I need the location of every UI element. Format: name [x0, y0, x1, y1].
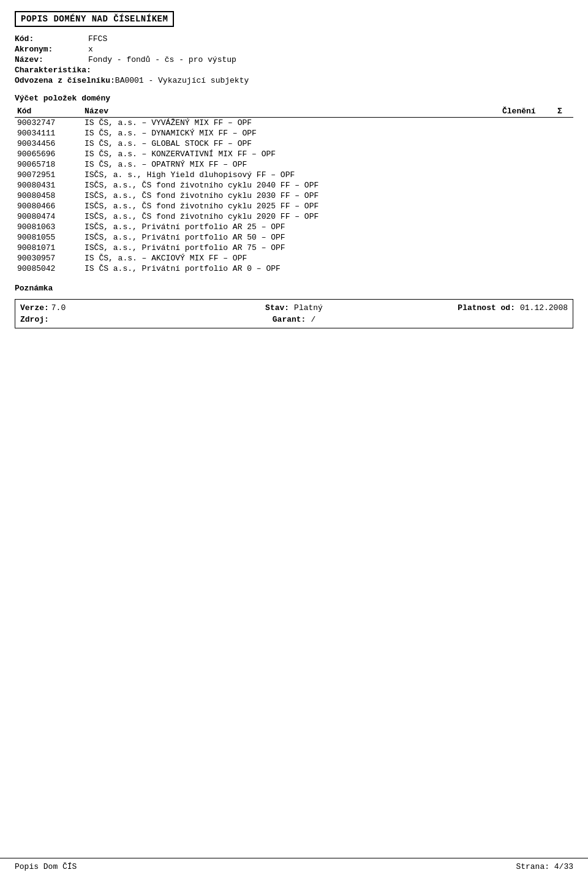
cell-cleneni [500, 170, 555, 180]
nazev-value: Fondy - fondů - čs - pro výstup [88, 55, 236, 64]
col-header-kod: Kód [15, 105, 82, 118]
cell-cleneni [500, 138, 555, 149]
cell-nazev: IS ČS, a.s. – DYNAMICKÝ MIX FF – OPF [82, 128, 500, 138]
cell-cleneni [500, 191, 555, 201]
cell-kod: 90081055 [15, 232, 82, 243]
akronym-value: x [88, 45, 93, 54]
table-row: 90081055ISČS, a.s., Privátní portfolio A… [15, 232, 573, 243]
cell-cleneni [500, 211, 555, 222]
cell-kod: 90080466 [15, 201, 82, 211]
cell-cleneni [500, 180, 555, 191]
odvozena-value: BA0001 - Vykazující subjekty [115, 76, 249, 85]
cell-sigma [555, 253, 573, 263]
cell-nazev: ISČS, a.s., ČS fond životního cyklu 2020… [82, 211, 500, 222]
cell-nazev: IS ČS a.s., Privátní portfolio AR 0 – OP… [82, 263, 500, 274]
cell-kod: 90072951 [15, 170, 82, 180]
table-row: 90080431ISČS, a.s., ČS fond životního cy… [15, 180, 573, 191]
cell-cleneni [500, 243, 555, 253]
table-row: 90080458ISČS, a.s., ČS fond životního cy… [15, 191, 573, 201]
cell-sigma [555, 159, 573, 170]
cell-sigma [555, 243, 573, 253]
table-row: 90034111IS ČS, a.s. – DYNAMICKÝ MIX FF –… [15, 128, 573, 138]
version-cell-mid: Stav: Platný Garant: / [203, 303, 385, 324]
cell-kod: 90034456 [15, 138, 82, 149]
platnost-value: 01.12.2008 [520, 303, 568, 312]
charakteristika-label: Charakteristika: [15, 66, 91, 75]
cell-kod: 90080431 [15, 180, 82, 191]
cell-cleneni [500, 118, 555, 129]
cell-nazev: ISČS, a.s., Privátní portfolio AR 50 – O… [82, 232, 500, 243]
verze-label: Verze: [20, 303, 49, 312]
table-row: 90080474ISČS, a.s., ČS fond životního cy… [15, 211, 573, 222]
cell-sigma [555, 118, 573, 129]
table-row: 90032747IS ČS, a.s. – VYVÁŽENÝ MIX FF – … [15, 118, 573, 129]
cell-sigma [555, 149, 573, 159]
cell-sigma [555, 201, 573, 211]
cell-kod: 90080474 [15, 211, 82, 222]
cell-sigma [555, 128, 573, 138]
cell-kod: 90081063 [15, 222, 82, 232]
poznamka-label: Poznámka [15, 284, 53, 293]
col-header-nazev: Název [82, 105, 500, 118]
cell-cleneni [500, 263, 555, 274]
cell-nazev: ISČS, a.s., ČS fond životního cyklu 2030… [82, 191, 500, 201]
cell-kod: 90080458 [15, 191, 82, 201]
table-row: 90081063ISČS, a.s., Privátní portfolio A… [15, 222, 573, 232]
garant-label: Garant: [273, 315, 306, 324]
table-row: 90080466ISČS, a.s., ČS fond životního cy… [15, 201, 573, 211]
footer-bar: Popis Dom ČÍS Strana: 4/33 [0, 858, 588, 875]
stav-label: Stav: [265, 303, 289, 312]
cell-kod: 90034111 [15, 128, 82, 138]
cell-nazev: IS ČS, a.s. – VYVÁŽENÝ MIX FF – OPF [82, 118, 500, 129]
stav-value: Platný [294, 303, 323, 312]
nazev-label: Název: [15, 55, 88, 64]
cell-cleneni [500, 159, 555, 170]
footer-left: Popis Dom ČÍS [15, 862, 77, 871]
version-bar: Verze: 7.0 Zdroj: Stav: Platný Garant: /… [15, 299, 573, 328]
garant-value: / [311, 315, 315, 324]
cell-nazev: IS ČS, a.s. – KONZERVATIVNÍ MIX FF – OPF [82, 149, 500, 159]
vycet-title: Výčet položek domény [15, 94, 573, 103]
cell-cleneni [500, 232, 555, 243]
poznamka-section: Poznámka [15, 284, 573, 293]
cell-sigma [555, 191, 573, 201]
cell-sigma [555, 211, 573, 222]
table-row: 90081071ISČS, a.s., Privátní portfolio A… [15, 243, 573, 253]
table-row: 90034456IS ČS, a.s. – GLOBAL STOCK FF – … [15, 138, 573, 149]
kod-label: Kód: [15, 34, 88, 44]
cell-cleneni [500, 149, 555, 159]
cell-nazev: ISČS, a.s., ČS fond životního cyklu 2025… [82, 201, 500, 211]
cell-nazev: ISČS, a.s., Privátní portfolio AR 25 – O… [82, 222, 500, 232]
cell-sigma [555, 263, 573, 274]
cell-sigma [555, 222, 573, 232]
cell-sigma [555, 232, 573, 243]
version-cell-left: Verze: 7.0 Zdroj: [20, 303, 203, 324]
cell-cleneni [500, 128, 555, 138]
cell-sigma [555, 138, 573, 149]
cell-nazev: ISČS, a.s., ČS fond životního cyklu 2040… [82, 180, 500, 191]
col-header-sigma: Σ [555, 105, 573, 118]
items-table: Kód Název Členění Σ 90032747IS ČS, a.s. … [15, 105, 573, 274]
cell-cleneni [500, 253, 555, 263]
platnost-label: Platnost od: [458, 303, 515, 312]
cell-nazev: IS ČS, a.s. – AKCIOVÝ MIX FF – OPF [82, 253, 500, 263]
akronym-label: Akronym: [15, 45, 88, 54]
cell-nazev: ISČS, a. s., High Yield dluhopisový FF –… [82, 170, 500, 180]
zdroj-label: Zdroj: [20, 315, 49, 324]
meta-section: Kód: FFCS Akronym: x Název: Fondy - fond… [15, 34, 573, 85]
cell-kod: 90032747 [15, 118, 82, 129]
cell-kod: 90085042 [15, 263, 82, 274]
cell-cleneni [500, 222, 555, 232]
kod-value: FFCS [88, 34, 107, 44]
verze-value: 7.0 [51, 303, 66, 312]
cell-nazev: ISČS, a.s., Privátní portfolio AR 75 – O… [82, 243, 500, 253]
table-row: 90065718IS ČS, a.s. – OPATRNÝ MIX FF – O… [15, 159, 573, 170]
cell-kod: 90065718 [15, 159, 82, 170]
cell-kod: 90030957 [15, 253, 82, 263]
table-row: 90072951ISČS, a. s., High Yield dluhopis… [15, 170, 573, 180]
cell-sigma [555, 180, 573, 191]
version-cell-right: Platnost od: 01.12.2008 [385, 303, 568, 324]
table-row: 90030957IS ČS, a.s. – AKCIOVÝ MIX FF – O… [15, 253, 573, 263]
cell-nazev: IS ČS, a.s. – OPATRNÝ MIX FF – OPF [82, 159, 500, 170]
cell-sigma [555, 170, 573, 180]
